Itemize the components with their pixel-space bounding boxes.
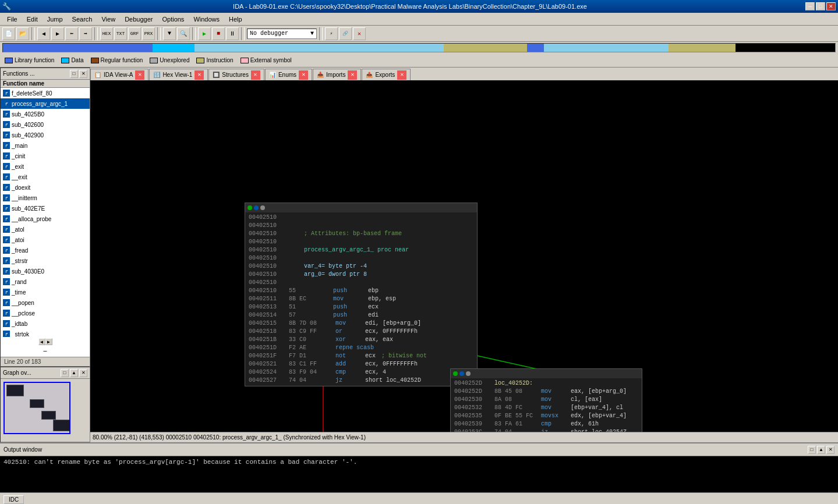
scroll-right-button[interactable]: ▶	[45, 338, 52, 345]
func-item-sub-402600[interactable]: f sub_402600	[1, 119, 90, 130]
titlebar-controls: ─ □ ✕	[805, 2, 836, 10]
func-icon: f	[3, 310, 10, 317]
menu-bar: File Edit Jump Search View Debugger Opti…	[0, 13, 838, 26]
minimize-button[interactable]: ─	[805, 2, 815, 10]
func-item-atol[interactable]: f _atol	[1, 224, 90, 235]
separator-2	[94, 27, 98, 40]
menu-debugger[interactable]: Debugger	[120, 15, 157, 24]
func-item-sub4030e0[interactable]: f sub_4030E0	[1, 266, 90, 276]
pause-button[interactable]: ⏸	[226, 27, 239, 40]
func-item-main[interactable]: f _main	[1, 140, 90, 151]
close-button[interactable]: ✕	[826, 2, 836, 10]
functions-list[interactable]: f f_deleteSelf_80 f process_argv_argc_1 …	[1, 88, 90, 337]
tab-enums[interactable]: 📊 Enums ✕	[265, 69, 312, 80]
graph-max-button[interactable]: ▲	[70, 369, 78, 377]
func-item-cinit[interactable]: f _cinit	[1, 151, 90, 161]
func-name: _atol	[12, 226, 24, 233]
ida-graph-area[interactable]: 00402510 00402510 00402510; Attributes: …	[90, 80, 838, 442]
func-item-rand[interactable]: f _rand	[1, 276, 90, 287]
debugger-dropdown[interactable]: No debugger ▼	[247, 29, 317, 39]
func-item-strtok[interactable]: f _strtok	[1, 329, 90, 337]
output-max-button[interactable]: ▲	[817, 446, 825, 454]
dbg-btn2[interactable]: 🔗	[339, 27, 352, 40]
maximize-button[interactable]: □	[816, 2, 825, 10]
func-name: _fread	[12, 247, 28, 254]
func-item-delete-self[interactable]: f f_deleteSelf_80	[1, 88, 90, 98]
open-button[interactable]: 📂	[16, 27, 29, 40]
search-tbtn[interactable]: 🔍	[177, 27, 190, 40]
text-button[interactable]: TXT	[114, 27, 127, 40]
tab-imports[interactable]: 📥 Imports ✕	[313, 69, 361, 80]
tab-exports-icon: 📤	[366, 72, 373, 78]
func-item-exit2[interactable]: f __exit	[1, 172, 90, 182]
func-item-pclose[interactable]: f __pclose	[1, 308, 90, 318]
code-block-2-content: 0040252Dloc_40252D: 0040252D8B 45 08move…	[451, 378, 642, 438]
forward-button[interactable]: ▶	[51, 27, 64, 40]
menu-help[interactable]: Help	[224, 15, 247, 24]
func-item-idtab[interactable]: f _idtab	[1, 318, 90, 329]
func-item-doexit[interactable]: f _doexit	[1, 182, 90, 193]
legend-unexplored-label: Unexplored	[160, 57, 189, 63]
menu-file[interactable]: File	[2, 15, 22, 24]
func-item-process-argv[interactable]: f process_argv_argc_1	[1, 98, 90, 109]
tab-hex-view[interactable]: 🔢 Hex View-1 ✕	[149, 69, 208, 80]
tab-ida-close[interactable]: ✕	[135, 70, 144, 80]
menu-jump[interactable]: Jump	[43, 15, 68, 24]
func-name: __popen	[12, 300, 34, 306]
tab-structures[interactable]: 🔲 Structures ✕	[208, 69, 264, 80]
idc-button[interactable]: IDC	[3, 495, 24, 504]
minimap-viewport[interactable]	[3, 382, 70, 434]
menu-search[interactable]: Search	[68, 15, 97, 24]
tab-imports-close[interactable]: ✕	[348, 70, 357, 80]
new-button[interactable]: 📄	[2, 27, 15, 40]
tab-structures-close[interactable]: ✕	[251, 70, 260, 80]
graph-canvas[interactable]	[1, 379, 90, 442]
func-item-exit[interactable]: f _exit	[1, 161, 90, 172]
panel-close-button[interactable]: ✕	[79, 70, 87, 78]
func-item-sub402e7e[interactable]: f sub_402E7E	[1, 203, 90, 214]
tab-enums-close[interactable]: ✕	[299, 70, 308, 80]
stop-button[interactable]: ■	[212, 27, 225, 40]
tab-enums-icon: 📊	[269, 72, 276, 78]
tab-hex-close[interactable]: ✕	[195, 70, 204, 80]
back-button[interactable]: ◀	[37, 27, 50, 40]
menu-options[interactable]: Options	[157, 15, 189, 24]
tab-ida-view[interactable]: 📋 IDA View-A ✕	[90, 69, 148, 80]
func-item-strstr[interactable]: f _strstr	[1, 255, 90, 266]
output-close-button[interactable]: ✕	[826, 446, 835, 454]
prox-button[interactable]: PRX	[142, 27, 155, 40]
func-item-alloca[interactable]: f __alloca_probe	[1, 214, 90, 224]
menu-view[interactable]: View	[97, 15, 120, 24]
output-restore-button[interactable]: □	[808, 446, 816, 454]
dbg-btn1[interactable]: ⚡	[325, 27, 338, 40]
graph-button[interactable]: GRF	[128, 27, 141, 40]
dbg-btn3[interactable]: ✕	[353, 27, 366, 40]
down-arrow-button[interactable]: ▼	[163, 27, 176, 40]
func-name: _main	[12, 143, 27, 149]
panel-float-button[interactable]: □	[70, 70, 78, 78]
graph-close-button[interactable]: ✕	[79, 369, 87, 377]
scroll-left-button[interactable]: ◀	[38, 338, 45, 345]
func-item-fread[interactable]: f _fread	[1, 245, 90, 255]
menu-edit[interactable]: Edit	[22, 15, 43, 24]
tab-exports-close[interactable]: ✕	[397, 70, 406, 80]
tab-exports[interactable]: 📤 Exports ✕	[362, 69, 411, 80]
func-item-initterm[interactable]: f __initterm	[1, 193, 90, 203]
separator-6	[319, 27, 323, 40]
func-name: _exit	[12, 164, 24, 170]
func-item-sub-4025b0[interactable]: f sub_4025B0	[1, 109, 90, 119]
func-item-sub-402900[interactable]: f sub_402900	[1, 130, 90, 140]
nav-back[interactable]: ⬅	[65, 27, 78, 40]
func-item-time[interactable]: f _time	[1, 287, 90, 297]
func-icon: f	[3, 90, 10, 97]
graph-float-button[interactable]: □	[61, 369, 69, 377]
func-item-atoi[interactable]: f _atoi	[1, 235, 90, 245]
graph-overview-panel: Graph ov... □ ▲ ✕	[0, 367, 90, 442]
func-item-popen[interactable]: f __popen	[1, 297, 90, 308]
run-button[interactable]: ▶	[198, 27, 211, 40]
hex-button[interactable]: HEX	[100, 27, 113, 40]
nav-fwd[interactable]: ➡	[79, 27, 92, 40]
menu-windows[interactable]: Windows	[189, 15, 224, 24]
graph-panel-controls: □ ▲ ✕	[61, 369, 87, 377]
minus-icon[interactable]: –	[43, 346, 47, 356]
